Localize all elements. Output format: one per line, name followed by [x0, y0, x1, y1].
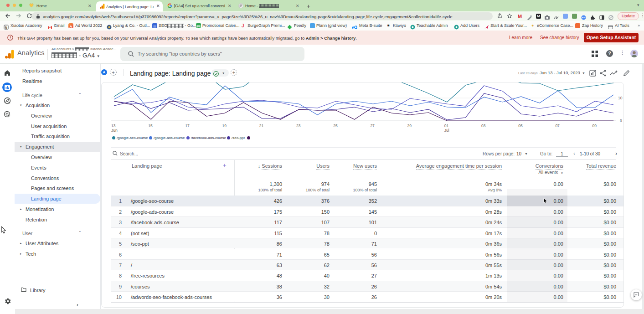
svg-text:N: N	[5, 26, 7, 29]
